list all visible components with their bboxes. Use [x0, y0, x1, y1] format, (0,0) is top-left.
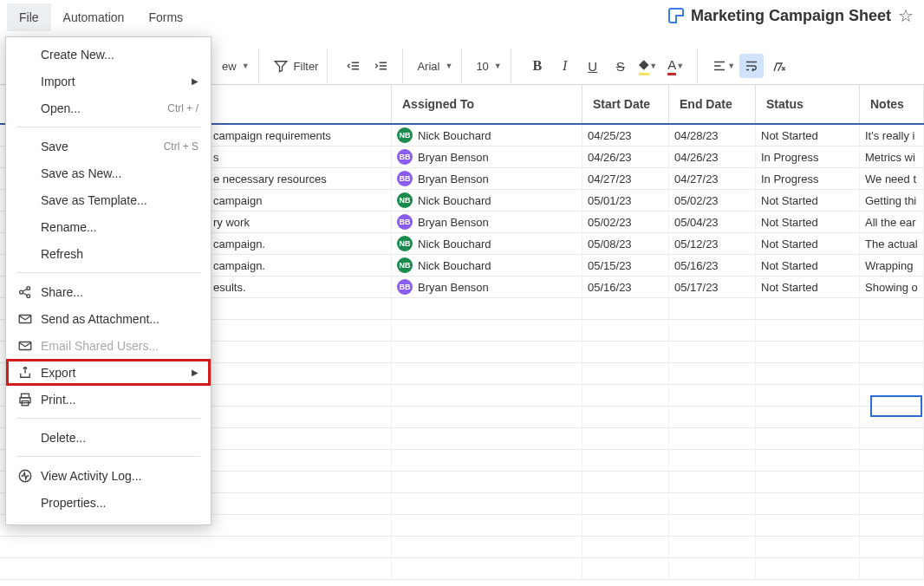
share-icon	[16, 284, 34, 300]
cell-status[interactable]: Not Started	[756, 233, 860, 254]
col-header-end[interactable]: End Date	[669, 85, 756, 123]
avatar: BB	[397, 279, 413, 295]
menu-item-save-as-template[interactable]: Save as Template...	[6, 186, 211, 213]
note-icon[interactable]	[668, 8, 684, 23]
menu-item-label: Properties...	[41, 496, 198, 510]
cell-notes[interactable]: Showing o	[860, 277, 924, 297]
cell-notes[interactable]: It's really i	[860, 125, 924, 146]
filter-button[interactable]: Filter	[273, 58, 319, 74]
cell-assigned[interactable]: NBNick Bouchard	[392, 190, 582, 211]
cell-end[interactable]: 04/26/23	[669, 146, 756, 167]
menu-item-label: Save as Template...	[41, 193, 198, 207]
strikethrough-button[interactable]: S	[608, 54, 633, 78]
menu-item-create-new[interactable]: Create New...	[6, 41, 211, 68]
cell-start[interactable]: 04/26/23	[582, 146, 669, 167]
menu-automation[interactable]: Automation	[51, 3, 137, 31]
menu-item-share[interactable]: Share...	[6, 278, 211, 305]
menu-item-label: Save as New...	[41, 166, 198, 180]
cell-status[interactable]: Not Started	[756, 255, 860, 276]
cell-notes[interactable]: Metrics wi	[860, 146, 924, 167]
cell-start[interactable]: 05/02/23	[582, 212, 669, 232]
align-button[interactable]: ▼	[712, 54, 736, 78]
italic-button[interactable]: I	[553, 54, 577, 78]
menu-item-label: Print...	[41, 393, 198, 407]
cell-status[interactable]: Not Started	[756, 125, 860, 146]
col-header-status[interactable]: Status	[756, 85, 860, 123]
cell-end[interactable]: 05/04/23	[669, 212, 756, 232]
menu-forms[interactable]: Forms	[136, 3, 195, 31]
submenu-arrow-icon: ▶	[192, 76, 198, 86]
cell-notes[interactable]: All the ear	[860, 212, 924, 232]
header-right: Marketing Campaign Sheet ☆	[668, 5, 914, 26]
menu-item-label: Send as Attachment...	[41, 312, 198, 326]
cell-start[interactable]: 05/15/23	[582, 255, 669, 276]
menu-file[interactable]: File	[7, 3, 51, 31]
text-color-button[interactable]: A ▼	[664, 54, 688, 78]
outdent-button[interactable]	[342, 54, 366, 78]
cell-end[interactable]: 05/12/23	[669, 233, 756, 254]
menu-item-delete[interactable]: Delete...	[6, 424, 211, 451]
mail-icon	[16, 311, 34, 327]
cell-assigned[interactable]: NBNick Bouchard	[392, 255, 582, 276]
avatar: NB	[397, 236, 413, 251]
cell-notes[interactable]: We need t	[860, 168, 924, 189]
favorite-star-icon[interactable]: ☆	[898, 5, 914, 26]
menu-item-print[interactable]: Print...	[6, 386, 211, 413]
cell-start[interactable]: 05/16/23	[582, 277, 669, 297]
col-header-notes[interactable]: Notes	[860, 85, 924, 123]
cell-notes[interactable]: Getting thi	[860, 190, 924, 211]
cell-end[interactable]: 05/16/23	[669, 255, 756, 276]
cell-status[interactable]: Not Started	[756, 190, 860, 211]
menu-item-label: Delete...	[41, 431, 198, 445]
cell-assigned[interactable]: NBNick Bouchard	[392, 233, 582, 254]
col-header-start[interactable]: Start Date	[582, 85, 669, 123]
underline-button[interactable]: U	[581, 54, 605, 78]
bold-button[interactable]: B	[525, 54, 550, 78]
cell-assigned[interactable]: BBBryan Benson	[392, 212, 582, 232]
cell-assigned[interactable]: NBNick Bouchard	[392, 125, 582, 146]
clear-format-button[interactable]	[767, 54, 791, 78]
menu-item-open[interactable]: Open... Ctrl + /	[6, 94, 211, 121]
avatar: NB	[397, 192, 413, 208]
cell-end[interactable]: 05/02/23	[669, 190, 756, 211]
cell-start[interactable]: 04/27/23	[582, 168, 669, 189]
menu-item-save[interactable]: Save Ctrl + S	[6, 133, 211, 160]
font-selector[interactable]: Arial ▼	[417, 60, 452, 73]
font-size-selector[interactable]: 10 ▼	[476, 60, 501, 73]
menu-item-import[interactable]: Import ▶	[6, 68, 211, 94]
menu-item-shortcut: Ctrl + /	[167, 102, 198, 114]
col-header-assigned[interactable]: Assigned To	[392, 85, 582, 123]
menu-item-send-as-attachment[interactable]: Send as Attachment...	[6, 305, 211, 332]
menu-item-export[interactable]: Export ▶	[6, 359, 211, 386]
wrap-text-button[interactable]	[739, 54, 764, 78]
cell-assigned[interactable]: BBBryan Benson	[392, 277, 582, 297]
cell-end[interactable]: 04/28/23	[669, 125, 756, 146]
cell-end[interactable]: 05/17/23	[669, 277, 756, 297]
sheet-title: Marketing Campaign Sheet	[691, 7, 891, 25]
cell-status[interactable]: In Progress	[756, 146, 860, 167]
menu-item-refresh[interactable]: Refresh	[6, 240, 211, 267]
indent-button[interactable]	[369, 54, 394, 78]
menu-item-save-as-new[interactable]: Save as New...	[6, 160, 211, 186]
cell-status[interactable]: Not Started	[756, 212, 860, 232]
cell-assigned[interactable]: BBBryan Benson	[392, 168, 582, 189]
menu-item-properties[interactable]: Properties...	[6, 489, 211, 516]
export-icon	[16, 365, 34, 381]
cell-assigned[interactable]: BBBryan Benson	[392, 146, 582, 167]
menu-item-rename[interactable]: Rename...	[6, 213, 211, 240]
table-row-empty[interactable]	[0, 537, 924, 558]
avatar: NB	[397, 127, 413, 143]
cell-notes[interactable]: Wrapping	[860, 255, 924, 276]
fill-color-button[interactable]: ◆ ▼	[636, 54, 660, 78]
cell-status[interactable]: Not Started	[756, 277, 860, 297]
cell-start[interactable]: 05/01/23	[582, 190, 669, 211]
view-dropdown[interactable]: ew ▼	[222, 60, 250, 73]
cell-start[interactable]: 05/08/23	[582, 233, 669, 254]
table-row-empty[interactable]	[0, 558, 924, 580]
cell-end[interactable]: 04/27/23	[669, 168, 756, 189]
cell-start[interactable]: 04/25/23	[582, 125, 669, 146]
file-dropdown: Create New... Import ▶ Open... Ctrl + / …	[5, 36, 211, 525]
cell-notes[interactable]: The actual	[860, 233, 924, 254]
cell-status[interactable]: In Progress	[756, 168, 860, 189]
menu-item-view-activity-log[interactable]: View Activity Log...	[6, 462, 211, 489]
